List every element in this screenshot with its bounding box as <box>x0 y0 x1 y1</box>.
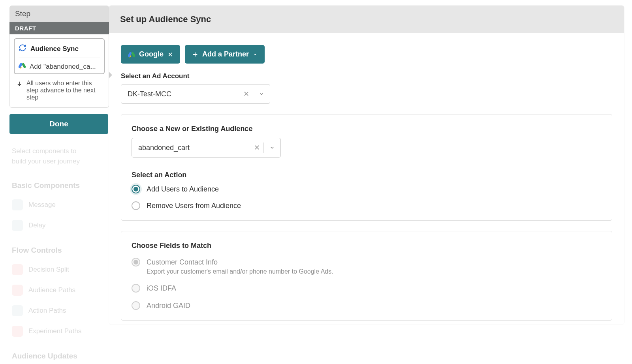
partner-chip-google[interactable]: Google <box>121 45 180 64</box>
radio-add-users-label: Add Users to Audience <box>147 185 219 193</box>
radio-remove-users[interactable]: Remove Users from Audience <box>132 201 602 210</box>
step-card-inner[interactable]: Audience Sync Add "abandoned_ca... <box>14 38 105 74</box>
field-gaid-label: Android GAID <box>147 302 190 310</box>
field-idfa-label: iOS IDFA <box>147 284 176 293</box>
step-card-title: Audience Sync <box>30 45 79 53</box>
plus-icon <box>192 51 198 58</box>
radio-icon <box>132 258 140 266</box>
field-contact-label: Customer Contact Info <box>147 258 218 266</box>
step-header: Step <box>9 6 109 22</box>
svg-rect-2 <box>22 63 26 69</box>
setup-panel: Set up Audience Sync Google <box>109 6 624 325</box>
draft-badge: DRAFT <box>9 22 109 34</box>
fields-match-box: Choose Fields to Match Customer Contact … <box>121 231 612 321</box>
action-label: Select an Action <box>132 171 602 179</box>
audience-sync-icon <box>19 44 26 54</box>
audience-select[interactable]: abandoned_cart ✕ <box>132 138 281 158</box>
radio-ios-idfa[interactable]: iOS IDFA <box>132 284 602 293</box>
clear-icon[interactable]: ✕ <box>239 90 253 98</box>
step-side-panel: Step DRAFT Audience Sync Add "abandoned_… <box>0 0 109 364</box>
arrow-down-icon <box>16 81 23 87</box>
chip-google-label: Google <box>139 50 164 58</box>
fields-label: Choose Fields to Match <box>132 242 602 250</box>
radio-customer-contact[interactable]: Customer Contact Info <box>132 258 602 266</box>
svg-rect-5 <box>131 51 135 57</box>
clear-icon[interactable]: ✕ <box>250 143 263 152</box>
field-contact-desc: Export your customer's email and/or phon… <box>147 268 602 275</box>
radio-remove-users-label: Remove Users from Audience <box>147 202 241 210</box>
step-advance-note: All users who enter this step advance to… <box>14 74 105 103</box>
advance-text: All users who enter this step advance to… <box>26 80 102 101</box>
panel-title: Set up Audience Sync <box>109 6 624 33</box>
radio-icon <box>132 301 140 310</box>
divider <box>19 58 100 58</box>
radio-android-gaid[interactable]: Android GAID <box>132 301 602 310</box>
audience-action-box: Choose a New or Existing Audience abando… <box>121 114 612 221</box>
step-card: Audience Sync Add "abandoned_ca... All u… <box>9 34 109 108</box>
ad-account-value: DK-Test-MCC <box>121 90 239 98</box>
add-partner-button[interactable]: Add a Partner <box>185 45 265 64</box>
radio-icon <box>132 185 140 193</box>
audience-value: abandoned_cart <box>132 144 250 152</box>
google-ads-icon <box>19 62 26 71</box>
ad-account-label: Select an Ad Account <box>121 72 612 80</box>
google-ads-icon <box>128 51 135 58</box>
radio-add-users[interactable]: Add Users to Audience <box>132 185 602 193</box>
radio-icon <box>132 201 140 210</box>
chevron-down-icon[interactable] <box>253 91 270 97</box>
done-button[interactable]: Done <box>9 114 108 134</box>
close-icon[interactable] <box>167 52 173 57</box>
add-partner-label: Add a Partner <box>202 50 249 58</box>
ad-account-select[interactable]: DK-Test-MCC ✕ <box>121 84 270 104</box>
chevron-down-icon <box>253 52 258 57</box>
chevron-down-icon[interactable] <box>264 145 280 150</box>
radio-icon <box>132 284 140 293</box>
step-card-subtitle: Add "abandoned_ca... <box>30 63 96 71</box>
audience-label: Choose a New or Existing Audience <box>132 125 602 133</box>
